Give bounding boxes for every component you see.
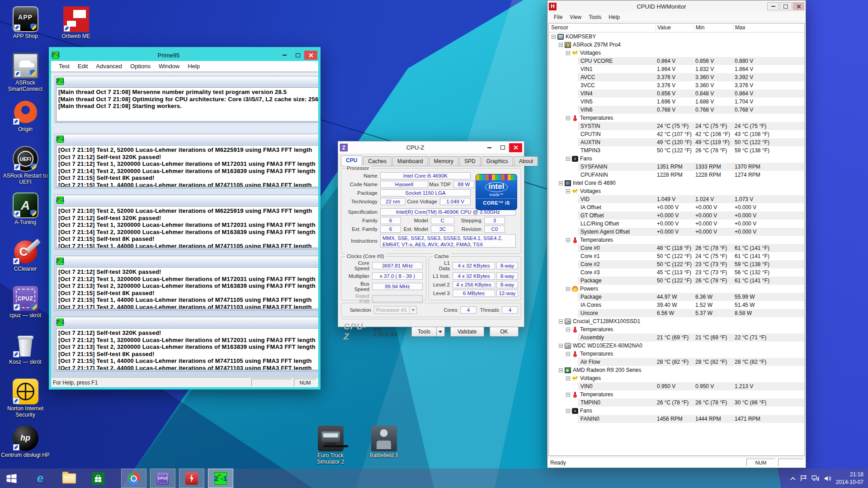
sensor-row[interactable]: Temperatures xyxy=(549,114,804,122)
sensor-row[interactable]: Crucial_CT128MX100SSD1 xyxy=(549,317,804,325)
sensor-row[interactable]: Voltages xyxy=(549,187,804,195)
sensor-row[interactable]: Fans xyxy=(549,155,804,163)
tree-expander[interactable] xyxy=(559,319,563,324)
sensor-row[interactable]: Core #1 50 °C (122 °F) 24 °C (75 °F) 61 … xyxy=(549,252,804,260)
start-button[interactable] xyxy=(0,469,23,488)
sensor-row[interactable]: VIN0 0.950 V 0.950 V 1.213 V xyxy=(549,382,804,390)
desktop-icon[interactable]: Kosz — skrót xyxy=(0,329,51,376)
worker-window-3[interactable]: 2P-1 [Oct 7 21:12] Self-test 320K passed… xyxy=(55,256,318,310)
sensor-row[interactable]: VIN1 1.864 V 1.832 V 1.864 V xyxy=(549,65,804,73)
child-titlebar[interactable]: 2P-1 xyxy=(55,317,318,327)
tree-expander[interactable] xyxy=(566,393,570,397)
taskbar-prime95-button[interactable]: 2P-1 xyxy=(208,469,233,488)
taskbar-cpuz-button[interactable]: CPUZ xyxy=(150,469,175,488)
sensor-row[interactable]: Package 44.97 W 6.36 W 55.99 W xyxy=(549,293,804,301)
sensor-row[interactable]: 3VCC 3.376 V 3.360 V 3.376 V xyxy=(549,81,804,89)
taskbar-ie-button[interactable]: e xyxy=(29,469,52,488)
prime95-titlebar[interactable]: 2P-1 Prime95 xyxy=(51,49,318,61)
desktop-icon[interactable]: Battlefield 3 xyxy=(357,423,410,469)
sensor-row[interactable]: Uncore 6.56 W 5.37 W 8.58 W xyxy=(549,309,804,317)
menu-item[interactable]: Window xyxy=(155,63,184,70)
desktop-icon[interactable]: C CCleaner xyxy=(0,236,51,283)
taskbar-clock[interactable]: 21:18 2014-10-07 xyxy=(836,471,863,485)
minimize-button[interactable] xyxy=(483,143,496,152)
tree-expander[interactable] xyxy=(566,328,570,332)
menu-item[interactable]: Edit xyxy=(74,63,92,70)
tree-expander[interactable] xyxy=(566,287,570,291)
processor-selection-dropdown[interactable]: Processor #1 xyxy=(374,306,417,314)
tab[interactable]: Caches xyxy=(363,156,392,166)
close-button[interactable] xyxy=(304,51,317,60)
sensor-row[interactable]: VID 1.049 V 1.024 V 1.073 V xyxy=(549,195,804,203)
hidden-icons-chevron[interactable] xyxy=(790,477,796,480)
tree-expander[interactable] xyxy=(559,43,563,47)
sensor-row[interactable]: WDC WD10EZEX-60M2NA0 xyxy=(549,342,804,350)
column-header[interactable]: Sensor xyxy=(551,24,568,31)
sensor-row[interactable]: KOMPSEBY xyxy=(549,33,804,41)
tree-expander[interactable] xyxy=(566,51,570,55)
desktop-icon[interactable]: Euro Truck Simulator 2 xyxy=(304,423,357,469)
sensor-row[interactable]: VIN4 0.856 V 0.848 V 0.864 V xyxy=(549,89,804,98)
menu-item[interactable]: View xyxy=(566,14,585,20)
child-titlebar[interactable]: 2P-1 xyxy=(55,195,318,205)
tools-button[interactable]: Tools xyxy=(411,327,436,337)
worker-window-2[interactable]: 2P-1 [Oct 7 21:10] Test 2, 52000 Lucas-L… xyxy=(55,195,318,249)
desktop-icon[interactable]: CPUZ cpuz — skrót xyxy=(0,283,51,329)
column-header[interactable]: Value xyxy=(657,24,671,31)
desktop-icon[interactable]: UEFI ASRock Restart to UEFI xyxy=(0,143,51,190)
desktop-icon[interactable]: hp Centrum obsługi HP xyxy=(0,422,51,469)
main-thread-window[interactable]: 2P-1 [Main thread Oct 7 21:08] Mersenne … xyxy=(55,76,318,123)
sensor-row[interactable]: Intel Core i5 4690 xyxy=(549,179,804,187)
network-icon[interactable] xyxy=(811,475,820,482)
sensor-row[interactable]: Air Flow 28 °C (82 °F) 28 °C (82 °F) 28 … xyxy=(549,358,804,366)
sensor-row[interactable]: Temperatures xyxy=(549,236,804,244)
tree-expander[interactable] xyxy=(559,368,563,372)
tree-expander[interactable] xyxy=(559,344,563,348)
sensor-row[interactable]: Powers xyxy=(549,285,804,293)
sensor-row[interactable]: AMD Radeon R9 200 Series xyxy=(549,366,804,374)
desktop-icon[interactable]: Orbweb ME xyxy=(51,4,101,50)
menu-item[interactable]: Tools xyxy=(585,14,605,20)
menu-item[interactable]: File xyxy=(550,14,566,20)
volume-icon[interactable] xyxy=(824,475,831,482)
sensor-row[interactable]: VIN5 1.696 V 1.688 V 1.704 V xyxy=(549,98,804,106)
sensor-row[interactable]: TMPIN3 50 °C (122 °F) 26 °C (78 °F) 59 °… xyxy=(549,146,804,155)
menu-item[interactable]: Help xyxy=(605,14,623,20)
column-header[interactable]: Max xyxy=(735,24,745,31)
taskbar-chrome-button[interactable] xyxy=(121,469,146,488)
desktop-icon[interactable]: Norton Internet Security xyxy=(0,376,51,422)
tree-expander[interactable] xyxy=(566,409,570,413)
hwmonitor-titlebar[interactable]: H CPUID HWMonitor xyxy=(547,0,806,12)
menu-item[interactable]: Advanced xyxy=(92,63,126,70)
tab[interactable]: CPU xyxy=(341,155,362,166)
sensor-row[interactable]: ASRock Z97M Pro4 xyxy=(549,41,804,49)
worker-window-1[interactable]: 2P-1 [Oct 7 21:10] Test 2, 52000 Lucas-L… xyxy=(55,134,318,188)
maximize-button[interactable] xyxy=(780,2,792,10)
worker-window-4[interactable]: 2P-1 [Oct 7 21:12] Self-test 320K passed… xyxy=(55,317,318,371)
minimize-button[interactable] xyxy=(278,51,291,60)
sensor-row[interactable]: Temperatures xyxy=(549,390,804,399)
tab[interactable]: Mainboard xyxy=(392,156,428,166)
tab[interactable]: Memory xyxy=(429,156,458,166)
sensor-row[interactable]: Core #2 50 °C (122 °F) 23 °C (73 °F) 59 … xyxy=(549,260,804,268)
menu-item[interactable]: Help xyxy=(184,63,204,70)
sensor-row[interactable]: Voltages xyxy=(549,49,804,57)
minimize-button[interactable] xyxy=(767,2,779,10)
close-button[interactable] xyxy=(793,2,804,10)
desktop-icon[interactable]: APP APP Shop xyxy=(0,4,51,50)
sensor-row[interactable]: CPUTIN 42 °C (107 °F) 42 °C (106 °F) 43 … xyxy=(549,130,804,138)
desktop-icon[interactable]: ASRock SmartConnect xyxy=(0,50,51,97)
child-titlebar[interactable]: 2P-1 xyxy=(55,256,318,266)
sensor-row[interactable]: IA Offset +0.000 V +0.000 V +0.000 V xyxy=(549,203,804,211)
desktop-icon[interactable]: Origin xyxy=(0,97,51,143)
tab[interactable]: SPD xyxy=(459,156,481,166)
sensor-row[interactable]: AVCC 3.376 V 3.360 V 3.392 V xyxy=(549,73,804,81)
maximize-button[interactable] xyxy=(496,143,509,152)
tree-expander[interactable] xyxy=(566,116,570,120)
menu-item[interactable]: Test xyxy=(55,63,74,70)
taskbar-explorer-button[interactable] xyxy=(58,469,80,488)
tree-expander[interactable] xyxy=(566,157,570,161)
maximize-button[interactable] xyxy=(291,51,304,60)
taskbar-store-button[interactable] xyxy=(87,469,109,488)
child-titlebar[interactable]: 2P-1 xyxy=(55,134,318,144)
